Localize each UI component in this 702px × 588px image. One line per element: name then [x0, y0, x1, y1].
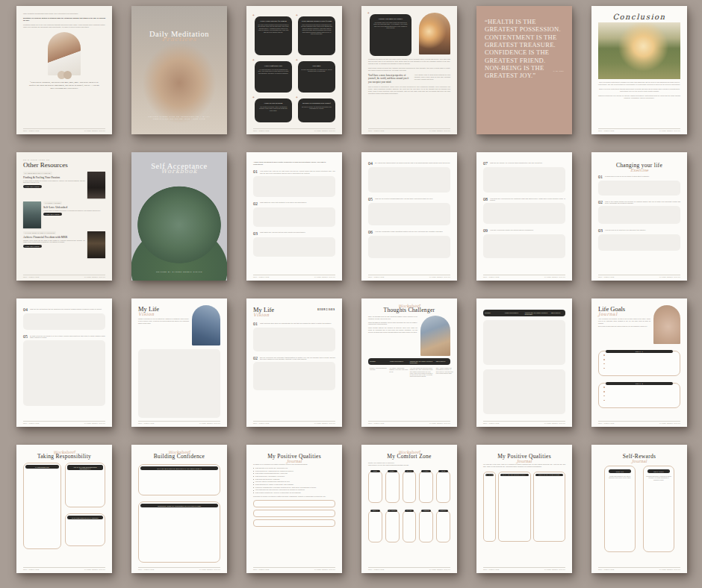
exercises-label: EXERCISES: [317, 309, 335, 311]
goal-label: GOAL 1: [606, 350, 674, 353]
list-item-text: How might someone who genuinely cares ab…: [255, 489, 305, 491]
answer-box[interactable]: [483, 234, 565, 258]
answer-box[interactable]: [598, 181, 680, 196]
question-text: What are the justifications that are hin…: [30, 307, 102, 310]
journal-column[interactable]: WHAT YOU DID DURING THE DAY: [498, 472, 531, 542]
page-thumbnail-6[interactable]: ConclusionWe're all seeking contentment;…: [591, 6, 687, 134]
answer-box[interactable]: [368, 203, 450, 225]
goal-box[interactable]: GOAL 1: [598, 351, 680, 376]
page-thumbnail-23[interactable]: My Positive QualitiesJournalFor each day…: [476, 445, 572, 573]
excel-box[interactable]: WHAT ARE AREAS FROM THE ABOVE LIST THAT …: [138, 464, 220, 495]
question-row: 07What are my values? Am I living by the…: [483, 161, 565, 166]
page-thumbnail-15[interactable]: My LifeVisionEXERCISES01What emotions ar…: [246, 298, 342, 427]
page-thumbnail-4[interactable]: ✦Caution: your mind will wander.You prob…: [361, 6, 457, 134]
page-thumbnail-7[interactable]: READ MORE FROM MEOther ResourcesMY BESTS…: [16, 152, 112, 281]
answer-row[interactable]: [253, 510, 335, 517]
page-content: 07What are my values? Am I living by the…: [476, 152, 572, 281]
action-steps-box[interactable]: WRITE DOWN A BUNCH OF ACTION STEPS YOU C…: [138, 501, 220, 563]
comfort-card[interactable]: WORK: [368, 471, 382, 503]
answer-box[interactable]: [483, 320, 565, 365]
comfort-card[interactable]: HOBBIES: [419, 510, 433, 542]
reward-box[interactable]: REWARDSRewards cost money & should be sa…: [643, 466, 674, 552]
figure-photo: [48, 32, 81, 75]
find-out-more-button[interactable]: FIND OUT MORE: [23, 245, 42, 248]
answer-box[interactable]: [483, 369, 565, 414]
page-thumbnail-21[interactable]: My Positive QualitiesJournalTo assist yo…: [246, 445, 342, 573]
page-content: Life GoalsJournalAfter reviewing your pr…: [591, 298, 687, 427]
tip-card-cell: ✦Start smallIt's more challenging than y…: [296, 60, 335, 93]
page-thumbnail-13[interactable]: 04What are the justifications that are h…: [16, 298, 112, 427]
question-text: What are my values? Am I living by them …: [490, 161, 542, 163]
answer-box[interactable]: [368, 167, 450, 193]
someone-elses-box[interactable]: ARE ANY OF THESE SOMEONE ELSE'S RESPONSI…: [65, 463, 105, 507]
answer-box[interactable]: [253, 207, 335, 227]
answer-box[interactable]: [23, 313, 105, 330]
answer-box[interactable]: [368, 236, 450, 258]
comfort-card[interactable]: LOVE: [436, 471, 450, 503]
reward-box[interactable]: TREATSTreats cost nothing or very little…: [604, 466, 636, 552]
answer-box[interactable]: [253, 328, 335, 351]
answer-box[interactable]: [483, 203, 565, 224]
section-intro: To assist you in recording your positive…: [253, 463, 335, 466]
page-thumbnail-17[interactable]: TRIGGERAUTOMATIC THOUGHTChallenge this: …: [476, 298, 572, 427]
page-thumbnail-1[interactable]: While meditation accomplishes many thing…: [16, 6, 112, 134]
footer-left-text: SELF ACCEPTANCE: [138, 569, 155, 570]
footer-right-text: MASTER RESELL RIGHTS: [659, 130, 680, 131]
quote-attribution: LAO TZU: [553, 70, 564, 72]
comfort-card[interactable]: MONEY: [385, 471, 400, 503]
comfort-card[interactable]: TRAVEL: [403, 510, 417, 542]
journal-column[interactable]: POSITIVE QUALITIES SHOWN: [533, 472, 566, 542]
page-thumbnail-14[interactable]: My LifeVisionImagine a depiction of your…: [131, 298, 227, 427]
journal-column[interactable]: DAY/DATE: [483, 472, 496, 542]
footer-left-text: SELF ACCEPTANCE: [253, 276, 270, 278]
comfort-card[interactable]: FAMILY: [419, 471, 433, 503]
page-thumbnail-19[interactable]: WorksheetTaking ResponsibilityMY RESPONS…: [16, 445, 112, 573]
answer-box[interactable]: [138, 349, 220, 418]
answer-box[interactable]: [253, 362, 335, 390]
goal-line: [603, 359, 675, 360]
page-thumbnail-2[interactable]: Daily MeditationPracticesFOLLOW THESE TI…: [131, 6, 227, 134]
answer-row[interactable]: [253, 500, 335, 507]
page-thumbnail-24[interactable]: Self-RewardsJournalTREATSTreats cost not…: [591, 445, 687, 573]
page-thumbnail-11[interactable]: 07What are my values? Am I living by the…: [476, 152, 572, 281]
comfort-card[interactable]: GROWTH: [436, 510, 450, 542]
out-of-control-box[interactable]: IS ANYTHING MORE OUT OF MY CONTROL?: [65, 513, 105, 546]
page-footer: SELF ACCEPTANCEMASTER RESELL RIGHTS: [253, 567, 335, 571]
answer-box[interactable]: [23, 340, 105, 406]
page-thumbnail-10[interactable]: 04Do I spend time thinking about my fail…: [361, 152, 457, 281]
list-item: What negative qualities do I perceive in…: [253, 492, 335, 494]
bullet-dot: [253, 471, 254, 472]
find-out-more-button[interactable]: FIND OUT MORE: [23, 185, 42, 188]
comfort-card[interactable]: HEALTH: [403, 471, 417, 503]
answer-box[interactable]: [483, 167, 565, 193]
page-thumbnail-9[interactable]: Answer these questions to gain a better …: [246, 152, 342, 281]
answer-box[interactable]: [253, 237, 335, 257]
page-thumbnail-22[interactable]: WorksheetMy Comfort ZoneIdentify your co…: [361, 445, 457, 573]
tip-heading: Find a comfortable spot: [258, 65, 289, 67]
page-thumbnail-12[interactable]: Changing your lifeExercise01In which are…: [591, 152, 687, 281]
page-thumbnail-3[interactable]: ✦Create a daily schedule for calmingFor …: [246, 6, 342, 134]
kicker-band: #1 THE MOST RATED FAVOURITE: [23, 231, 56, 234]
page-thumbnail-20[interactable]: WorksheetBuilding ConfidenceWHAT ARE ARE…: [131, 445, 227, 573]
tip-body: It's more challenging than you might bel…: [301, 69, 332, 72]
answer-box[interactable]: [253, 176, 335, 197]
goals-photo: [653, 305, 680, 344]
table-header-cell: Challenge this: Ask yourself “How true i…: [410, 360, 435, 363]
comfort-label: TRAVEL: [405, 510, 414, 512]
goal-box[interactable]: GOAL 2: [598, 383, 680, 408]
column-label: WHAT YOU DID DURING THE DAY: [500, 474, 529, 476]
comfort-card[interactable]: LEARNING: [385, 510, 400, 542]
page-thumbnail-18[interactable]: Life GoalsJournalAfter reviewing your pr…: [591, 298, 687, 427]
page-title-block: WorksheetThoughts Challenger: [368, 304, 450, 313]
resource-kicker: MY BESTSELLING FAVORITE: [25, 172, 51, 174]
answer-box[interactable]: [598, 234, 680, 251]
page-thumbnail-8[interactable]: Self AcceptanceWorkbookWRITTEN BY MASTER…: [131, 152, 227, 281]
responsibilities-box[interactable]: MY RESPONSIBILITIES: [23, 463, 61, 549]
answer-box[interactable]: [598, 206, 680, 224]
page-thumbnail-16[interactable]: WorksheetThoughts ChallengerOften, our t…: [361, 298, 457, 427]
footer-right-text: MASTER RESELL RIGHTS: [429, 569, 450, 570]
comfort-card[interactable]: SOCIAL: [368, 510, 382, 542]
page-thumbnail-5[interactable]: “HEALTH IS THE GREATEST POSSESSION. CONT…: [476, 6, 572, 134]
find-out-more-button[interactable]: FIND OUT MORE: [43, 213, 62, 216]
answer-row[interactable]: [253, 519, 335, 527]
